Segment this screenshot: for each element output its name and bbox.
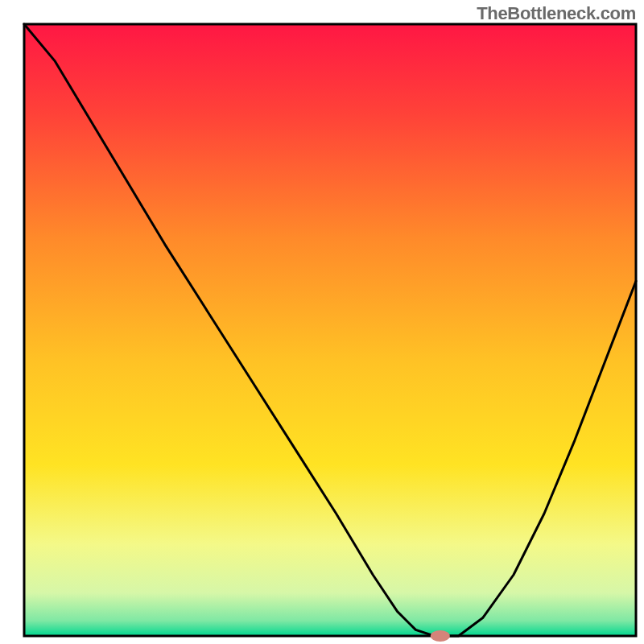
attribution-label: TheBottleneck.com bbox=[477, 3, 636, 24]
gradient-background bbox=[24, 24, 636, 636]
chart-svg bbox=[0, 0, 644, 644]
optimum-marker bbox=[431, 630, 450, 642]
bottleneck-chart: TheBottleneck.com bbox=[0, 0, 644, 644]
